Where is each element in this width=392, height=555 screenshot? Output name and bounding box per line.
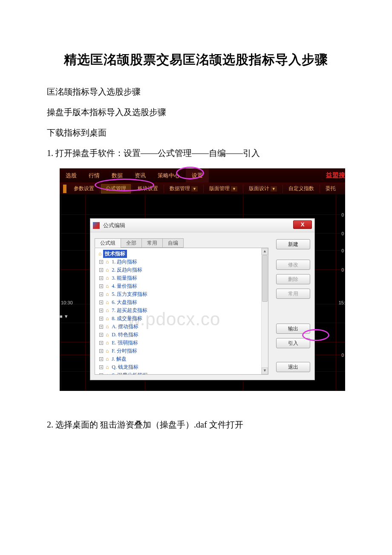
tree-label: 6. 大盘指标 <box>112 298 137 306</box>
divider <box>320 185 320 193</box>
scroll-thumb[interactable] <box>262 255 268 302</box>
tree-item[interactable]: +⌂ S. 深度分析指标 <box>96 371 267 375</box>
folder-icon: ⌂ <box>98 250 101 258</box>
export-button[interactable]: 输出 <box>276 324 310 334</box>
folder-icon: ⌂ <box>106 290 109 298</box>
folder-icon: ⌂ <box>106 363 109 371</box>
exit-button[interactable]: 退出 <box>276 362 310 372</box>
tab-common[interactable]: 常用 <box>141 238 163 248</box>
tree-label: 4. 量价指标 <box>112 282 137 290</box>
subnav-layout-mgmt[interactable]: 版面管理 ▼ <box>205 184 242 194</box>
subnav-block-settings[interactable]: 板块设置 <box>133 184 163 194</box>
tree-item[interactable]: +⌂ J. 解盘 <box>96 355 267 363</box>
tree-item[interactable]: +⌂ D. 特色指标 <box>96 331 267 339</box>
divider <box>132 185 132 193</box>
scroll-up-icon[interactable]: ▲ <box>262 248 268 255</box>
common-button[interactable]: 常用 <box>276 289 310 299</box>
indicator-tree[interactable]: ⌂ 技术指标 +⌂ 1. 趋向指标 +⌂ 2. 反趋向指标 +⌂ 3. 能量指标… <box>95 248 268 375</box>
divider <box>282 185 283 193</box>
tree-label: D. 特色指标 <box>112 331 138 339</box>
paragraph-3: 下载指标到桌面 <box>30 122 362 143</box>
folder-icon: ⌂ <box>106 323 109 331</box>
subnav-layout-design[interactable]: 版面设计 ▼ <box>244 184 282 194</box>
tree-root[interactable]: ⌂ 技术指标 <box>96 250 267 258</box>
expand-icon[interactable]: + <box>99 309 103 312</box>
expand-icon[interactable]: + <box>99 292 103 296</box>
tab-news[interactable]: 资讯 <box>129 168 152 182</box>
delete-button[interactable]: 删除 <box>276 274 310 284</box>
pane-handle[interactable]: ■ ▼ <box>60 314 69 319</box>
axis-tick: 0 <box>341 213 344 217</box>
tree-label: 1. 趋向指标 <box>112 258 137 266</box>
subnav-label: 数据管理 <box>170 185 190 192</box>
expand-icon[interactable]: + <box>99 260 103 264</box>
import-button[interactable]: 引入 <box>276 338 310 348</box>
tab-stock-select[interactable]: 选股 <box>60 168 83 182</box>
folder-icon: ⌂ <box>106 371 109 375</box>
expand-icon[interactable]: + <box>99 325 103 329</box>
tree-item[interactable]: +⌂ 7. 超买超卖指标 <box>96 306 267 315</box>
expand-icon[interactable]: + <box>99 357 103 361</box>
new-button[interactable]: 新建 <box>276 239 310 249</box>
dialog-titlebar[interactable]: 公式编辑 X <box>90 219 314 232</box>
subnav-formula-mgmt[interactable]: 公式管理 <box>101 184 131 194</box>
tree-root-label: 技术指标 <box>103 250 127 258</box>
tree-item[interactable]: +⌂ F. 分时指标 <box>96 347 267 355</box>
dialog-buttons: 新建 修改 删除 常用 输出 引入 退出 <box>276 238 310 376</box>
tree-scrollbar[interactable]: ▲ ▼ <box>261 248 268 374</box>
tab-data[interactable]: 数据 <box>106 168 129 182</box>
handle-icon: ■ <box>60 314 63 319</box>
expand-icon[interactable]: + <box>99 373 103 375</box>
chevron-down-icon: ▼ <box>271 186 277 191</box>
axis-tick: 0 <box>341 231 344 236</box>
expand-icon[interactable]: + <box>99 365 103 369</box>
tree-item[interactable]: +⌂ 3. 能量指标 <box>96 274 267 282</box>
tab-all[interactable]: 全部 <box>121 238 142 248</box>
main-tab-bar: 选股 行情 数据 资讯 策略中心 设置 益盟搜 <box>60 168 345 183</box>
tab-custom[interactable]: 自编 <box>162 238 184 248</box>
tab-settings[interactable]: 设置 <box>186 168 209 182</box>
tree-label: 5. 压力支撑指标 <box>112 290 147 298</box>
subnav-delegate[interactable]: 委托 <box>321 184 340 194</box>
chart-background: 0 0 0 0 0 15: 10:30 ■ ▼ 公式编辑 X 公式组 全部 常用 <box>60 195 345 391</box>
tree-item[interactable]: +⌂ 5. 压力支撑指标 <box>96 290 267 298</box>
expand-icon[interactable]: + <box>99 333 103 337</box>
subnav-handle-icon <box>63 185 66 193</box>
tree-item[interactable]: +⌂ E. 强弱指标 <box>96 339 267 347</box>
tab-formula-group[interactable]: 公式组 <box>95 238 121 248</box>
folder-icon: ⌂ <box>106 282 109 290</box>
expand-icon[interactable]: + <box>99 284 103 288</box>
tree-label: 8. 成交量指标 <box>112 315 142 323</box>
axis-tick: 0 <box>341 268 344 272</box>
tree-label: 2. 反趋向指标 <box>112 266 142 274</box>
modify-button[interactable]: 修改 <box>276 260 310 270</box>
formula-editor-dialog: 公式编辑 X 公式组 全部 常用 自编 w.pdocx.co ⌂ <box>90 218 315 380</box>
tree-item[interactable]: +⌂ A. 摆动指标 <box>96 323 267 331</box>
document-title: 精选匡洺颉股票交易匡洺颉选股指标导入步骤 <box>30 51 362 69</box>
close-button[interactable]: X <box>293 220 312 229</box>
tree-item[interactable]: +⌂ 2. 反趋向指标 <box>96 266 267 274</box>
axis-tick: 0 <box>341 353 344 358</box>
subnav-params[interactable]: 参数设置 <box>69 184 99 194</box>
folder-icon: ⌂ <box>106 347 109 355</box>
step-2: 2. 选择桌面的 狙击游资叠加（操盘手）.daf 文件打开 <box>30 414 362 435</box>
expand-icon[interactable]: + <box>99 276 103 280</box>
tree-item[interactable]: +⌂ 4. 量价指标 <box>96 282 267 290</box>
expand-icon[interactable]: + <box>99 349 103 353</box>
tree-item[interactable]: +⌂ Q. 钱龙指标 <box>96 363 267 371</box>
expand-icon[interactable]: + <box>99 341 103 345</box>
tree-label: S. 深度分析指标 <box>112 371 148 375</box>
time-right-label: 15: <box>339 300 345 305</box>
subnav-custom-index[interactable]: 自定义指数 <box>284 184 319 194</box>
tree-item[interactable]: +⌂ 6. 大盘指标 <box>96 298 267 306</box>
expand-icon[interactable]: + <box>99 301 103 304</box>
tab-quotes[interactable]: 行情 <box>83 168 106 182</box>
expand-icon[interactable]: + <box>99 268 103 272</box>
tree-item[interactable]: +⌂ 8. 成交量指标 <box>96 315 267 323</box>
subnav-data-mgmt[interactable]: 数据管理 ▼ <box>165 184 202 194</box>
tab-strategy[interactable]: 策略中心 <box>152 168 186 182</box>
scroll-down-icon[interactable]: ▼ <box>262 367 268 374</box>
tree-item[interactable]: +⌂ 1. 趋向指标 <box>96 258 267 266</box>
time-left-label: 10:30 <box>61 300 73 305</box>
expand-icon[interactable]: + <box>99 317 103 321</box>
